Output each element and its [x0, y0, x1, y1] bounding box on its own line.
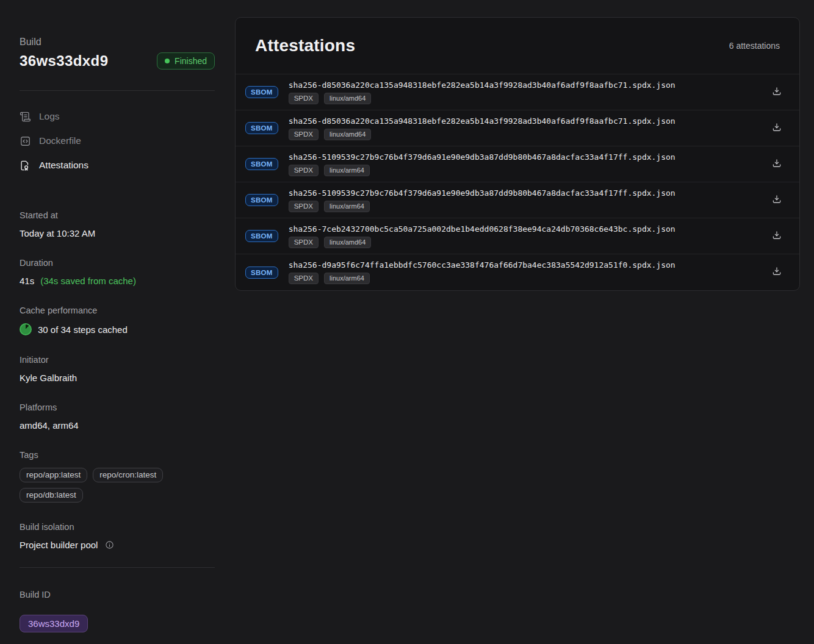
tags-row: repo/app:latestrepo/cron:latestrepo/db:l…: [20, 468, 179, 503]
download-button[interactable]: [769, 156, 785, 173]
build-id-chip[interactable]: 36ws33dxd9: [20, 615, 88, 632]
chip-row: SPDXlinux/arm64: [289, 165, 762, 176]
format-chip: SPDX: [289, 165, 319, 176]
tag-chip: repo/cron:latest: [93, 468, 163, 482]
sbom-badge: SBOM: [245, 122, 278, 134]
attestation-row: SBOM sha256-d85036a220ca135a948318ebfe28…: [236, 74, 799, 110]
status-label: Finished: [175, 56, 207, 66]
stat-block: Platforms amd64, arm64: [20, 402, 215, 431]
stat-label: Duration: [20, 258, 215, 268]
platform-chip: linux/amd64: [324, 93, 371, 104]
stat-label: Cache performance: [20, 306, 215, 315]
download-icon: [771, 194, 782, 207]
sbom-badge: SBOM: [245, 267, 278, 279]
sbom-badge: SBOM: [245, 86, 278, 98]
tag-chip: repo/app:latest: [20, 468, 87, 482]
download-button[interactable]: [769, 263, 785, 281]
chip-row: SPDXlinux/amd64: [289, 93, 762, 104]
download-icon: [771, 122, 782, 135]
format-chip: SPDX: [289, 201, 319, 212]
attestation-filename: sha256-d85036a220ca135a948318ebfe282ea5b…: [289, 80, 762, 90]
stat-block: Duration 41s(34s saved from cache): [20, 258, 215, 286]
stat-value-text: 30 of 34 steps cached: [38, 324, 128, 335]
build-id-label: Build ID: [20, 590, 215, 599]
build-id-block: Build ID 36ws33dxd9: [20, 590, 215, 632]
stat-label: Platforms: [20, 402, 215, 412]
platform-chip: linux/arm64: [324, 273, 370, 284]
sidebar-divider: [20, 90, 215, 91]
build-name: 36ws33dxd9: [20, 52, 108, 70]
stat-value: Project builder pool: [20, 540, 215, 550]
stat-block: Started at Today at 10:32 AM: [20, 210, 215, 238]
stat-value: Today at 10:32 AM: [20, 228, 215, 238]
sbom-badge: SBOM: [245, 230, 278, 242]
sidebar-item-attestations[interactable]: Attestations: [20, 153, 215, 177]
card-header: Attestations 6 attestations: [236, 18, 799, 74]
info-icon[interactable]: [105, 540, 114, 549]
stat-value: 30 of 34 steps cached: [20, 323, 215, 335]
download-button[interactable]: [769, 84, 785, 101]
stat-block: Initiator Kyle Galbraith: [20, 355, 215, 383]
stat-value-text: Today at 10:32 AM: [20, 228, 95, 238]
attestations-card: Attestations 6 attestations SBOM sha256-…: [235, 17, 800, 291]
attestation-count: 6 attestations: [729, 41, 780, 51]
download-icon: [771, 86, 782, 99]
attestation-row: SBOM sha256-d9a95f6c74ffa1ebbdfc5760cc3a…: [236, 254, 799, 290]
attestation-row: SBOM sha256-7ceb2432700bc5ca50a725a002db…: [236, 218, 799, 254]
format-chip: SPDX: [289, 93, 319, 104]
stat-value-text: amd64, arm64: [20, 420, 79, 431]
stat-block: Cache performance 30 of 34 steps cached: [20, 306, 215, 335]
chip-row: SPDXlinux/arm64: [289, 201, 762, 212]
status-badge: Finished: [157, 52, 215, 70]
format-chip: SPDX: [289, 273, 319, 284]
attestations-icon: [20, 160, 31, 171]
attestation-filename: sha256-7ceb2432700bc5ca50a725a002dbe1b4e…: [289, 224, 762, 234]
nav-item-label: Logs: [39, 111, 60, 122]
chip-row: SPDXlinux/arm64: [289, 273, 762, 284]
download-icon: [771, 158, 782, 171]
stat-value-text: Kyle Galbraith: [20, 373, 77, 383]
sidebar-item-logs[interactable]: Logs: [20, 104, 215, 129]
stat-label: Tags: [20, 450, 215, 460]
platform-chip: linux/amd64: [324, 237, 371, 248]
stat-value-text: 41s: [20, 276, 34, 286]
chip-row: SPDXlinux/amd64: [289, 237, 762, 248]
build-label: Build: [20, 37, 215, 48]
sbom-badge: SBOM: [245, 194, 278, 206]
attestation-row: SBOM sha256-5109539c27b9c76b4f379d6a91e9…: [236, 182, 799, 218]
stat-label: Build isolation: [20, 522, 215, 532]
sidebar-nav: Logs Dockerfile Attestations: [20, 104, 215, 177]
format-chip: SPDX: [289, 129, 319, 140]
cache-savings-text: (34s saved from cache): [40, 276, 136, 286]
page-title: Attestations: [255, 36, 355, 55]
stat-block: Build isolation Project builder pool: [20, 522, 215, 550]
platform-chip: linux/arm64: [324, 165, 370, 176]
tag-chip: repo/db:latest: [20, 488, 83, 503]
sidebar: Build 36ws33dxd9 Finished Logs Dockerfil…: [20, 0, 215, 644]
sidebar-divider: [20, 567, 215, 568]
attestation-list: SBOM sha256-d85036a220ca135a948318ebfe28…: [236, 74, 799, 290]
stat-value: amd64, arm64: [20, 420, 215, 431]
sidebar-stats: Started at Today at 10:32 AM Duration 41…: [20, 210, 215, 550]
stat-block: Tags repo/app:latestrepo/cron:latestrepo…: [20, 450, 215, 503]
attestation-row: SBOM sha256-d85036a220ca135a948318ebfe28…: [236, 110, 799, 146]
attestation-filename: sha256-5109539c27b9c76b4f379d6a91e90e9db…: [289, 152, 762, 162]
platform-chip: linux/arm64: [324, 201, 370, 212]
download-button[interactable]: [769, 227, 785, 245]
download-icon: [771, 230, 782, 243]
stat-value-text: Project builder pool: [20, 540, 98, 550]
logs-icon: [20, 111, 31, 123]
attestation-filename: sha256-5109539c27b9c76b4f379d6a91e90e9db…: [289, 188, 762, 198]
sidebar-item-dockerfile[interactable]: Dockerfile: [20, 129, 215, 153]
stat-value: Kyle Galbraith: [20, 373, 215, 383]
download-button[interactable]: [769, 120, 785, 137]
pie-chart-icon: [20, 323, 32, 335]
sbom-badge: SBOM: [245, 158, 278, 170]
attestation-filename: sha256-d85036a220ca135a948318ebfe282ea5b…: [289, 116, 762, 126]
dockerfile-icon: [20, 135, 31, 147]
download-button[interactable]: [769, 191, 785, 209]
stat-label: Initiator: [20, 355, 215, 365]
stat-value: 41s(34s saved from cache): [20, 276, 215, 286]
status-dot-icon: [165, 59, 170, 63]
download-icon: [771, 266, 782, 279]
